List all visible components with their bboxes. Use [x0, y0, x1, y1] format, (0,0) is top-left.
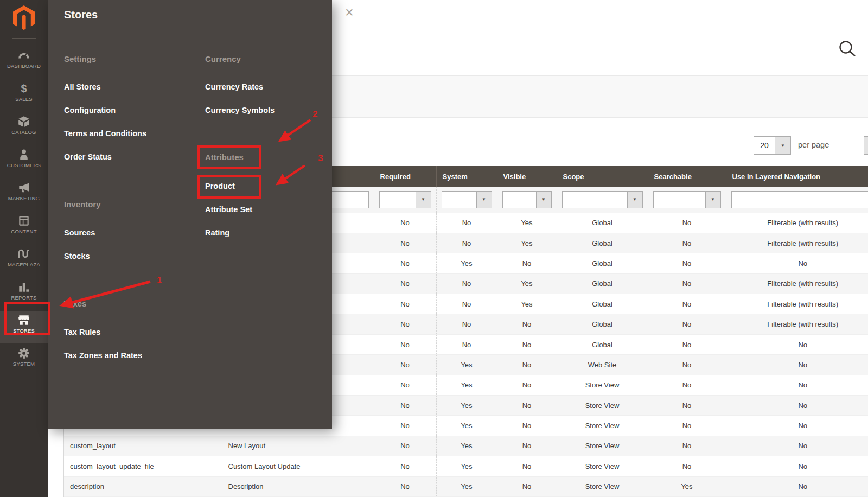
table-cell: Filterable (with results) [726, 314, 868, 334]
chevron-down-icon: ▼ [775, 137, 790, 154]
table-cell: No [648, 294, 726, 314]
table-row: custom_layoutNew LayoutNoYesNoStore View… [64, 436, 868, 456]
sidebar-item-catalog[interactable]: CATALOG [0, 112, 48, 144]
close-icon[interactable]: × [345, 5, 354, 20]
menu-item-attribute-set[interactable]: Attribute Set [205, 205, 252, 214]
table-cell: No [726, 416, 868, 436]
table-cell: No [648, 375, 726, 395]
table-cell: No [648, 314, 726, 334]
menu-item-stocks[interactable]: Stocks [64, 252, 90, 260]
table-cell: No [374, 213, 436, 233]
svg-text:$: $ [21, 82, 27, 94]
table-cell: Store View [557, 375, 648, 395]
menu-item-currency-rates[interactable]: Currency Rates [205, 82, 263, 91]
visible-filter-select[interactable]: ▼ [502, 191, 552, 208]
table-cell: Store View [557, 476, 648, 496]
table-cell: No [374, 375, 436, 395]
table-cell: No [726, 396, 868, 416]
table-cell: Yes [497, 213, 557, 233]
table-cell: No [726, 436, 868, 456]
table-cell: No [436, 294, 497, 314]
table-cell: Custom Layout Update [222, 456, 374, 476]
sidebar-item-sales[interactable]: $ SALES [0, 79, 48, 111]
col-header-searchable[interactable]: Searchable [648, 166, 726, 187]
taxes-section-header: Taxes [64, 299, 86, 308]
table-cell: No [648, 213, 726, 233]
table-cell: Filterable (with results) [726, 213, 868, 233]
menu-item-tax-rules[interactable]: Tax Rules [64, 328, 100, 336]
mageplaza-icon [0, 245, 48, 261]
sidebar-item-dashboard[interactable]: DASHBOARD [0, 46, 48, 78]
required-filter-select[interactable]: ▼ [379, 191, 431, 208]
table-cell: Global [557, 294, 648, 314]
sidebar-item-system[interactable]: SYSTEM [0, 344, 48, 376]
table-cell: Store View [557, 396, 648, 416]
sidebar-divider [12, 38, 36, 39]
table-cell: New Layout [222, 436, 374, 456]
table-cell: No [726, 355, 868, 375]
sales-icon: $ [0, 79, 48, 95]
table-cell: Store View [557, 416, 648, 436]
menu-item-order-status[interactable]: Order Status [64, 152, 112, 161]
currency-section-header: Currency [205, 54, 241, 63]
searchable-filter-select[interactable]: ▼ [653, 191, 721, 208]
sidebar-item-stores[interactable]: STORES [0, 311, 48, 343]
sidebar-item-label: MARKETING [0, 195, 48, 201]
sidebar-item-marketing[interactable]: MARKETING [0, 179, 48, 211]
table-cell: Global [557, 233, 648, 253]
table-cell: No [374, 416, 436, 436]
table-cell: No [497, 334, 557, 354]
table-cell: Yes [436, 476, 497, 496]
col-header-visible[interactable]: Visible [497, 166, 557, 187]
menu-item-tax-zones-and-rates[interactable]: Tax Zones and Rates [64, 351, 142, 360]
table-cell: Store View [557, 436, 648, 456]
sidebar-item-mageplaza[interactable]: MAGEPLAZA [0, 245, 48, 277]
table-cell: No [726, 334, 868, 354]
sidebar-item-label: CUSTOMERS [0, 162, 48, 168]
table-cell: No [374, 396, 436, 416]
chevron-down-icon: ▼ [536, 192, 551, 208]
table-cell: No [436, 233, 497, 253]
col-header-use-in-layered-navigation[interactable]: Use in Layered Navigation [726, 166, 868, 187]
chevron-down-icon: ▼ [705, 192, 720, 208]
menu-item-currency-symbols[interactable]: Currency Symbols [205, 106, 275, 114]
col-header-required[interactable]: Required [374, 166, 436, 187]
system-icon [0, 344, 48, 360]
table-cell: No [374, 253, 436, 273]
col-header-system[interactable]: System [436, 166, 497, 187]
table-cell: Web Site [557, 355, 648, 375]
table-cell: No [497, 253, 557, 273]
menu-item-rating[interactable]: Rating [205, 228, 229, 237]
sidebar-item-label: DASHBOARD [0, 63, 48, 69]
search-icon[interactable] [838, 39, 859, 61]
menu-item-configuration[interactable]: Configuration [64, 106, 116, 114]
menu-item-sources[interactable]: Sources [64, 228, 95, 237]
table-cell: No [497, 375, 557, 395]
table-cell: custom_layout [64, 436, 222, 456]
menu-item-product[interactable]: Product [205, 182, 235, 190]
sidebar-item-customers[interactable]: CUSTOMERS [0, 145, 48, 177]
page-size-select[interactable]: 20 ▼ [754, 136, 791, 155]
table-cell: custom_layout_update_file [64, 456, 222, 476]
sidebar-item-label: CATALOG [0, 129, 48, 135]
table-cell: No [497, 396, 557, 416]
table-cell: No [374, 314, 436, 334]
table-cell: Global [557, 314, 648, 334]
scope-filter-select[interactable]: ▼ [562, 191, 643, 208]
sidebar-item-content[interactable]: CONTENT [0, 212, 48, 244]
table-cell: Filterable (with results) [726, 294, 868, 314]
layered-navigation-filter-input[interactable] [731, 191, 868, 208]
table-cell: No [374, 355, 436, 375]
inventory-section-header: Inventory [64, 200, 101, 209]
table-row: custom_layout_update_fileCustom Layout U… [64, 456, 868, 476]
menu-item-terms-and-conditions[interactable]: Terms and Conditions [64, 129, 146, 138]
magento-logo-icon[interactable] [13, 5, 35, 30]
sidebar-item-reports[interactable]: REPORTS [0, 278, 48, 310]
table-cell: No [648, 334, 726, 354]
pagination-button[interactable] [864, 136, 868, 155]
table-cell: Yes [436, 436, 497, 456]
menu-item-all-stores[interactable]: All Stores [64, 82, 101, 91]
col-header-scope[interactable]: Scope [557, 166, 648, 187]
flyout-title: Stores [64, 9, 98, 21]
system-filter-select[interactable]: ▼ [442, 191, 492, 208]
